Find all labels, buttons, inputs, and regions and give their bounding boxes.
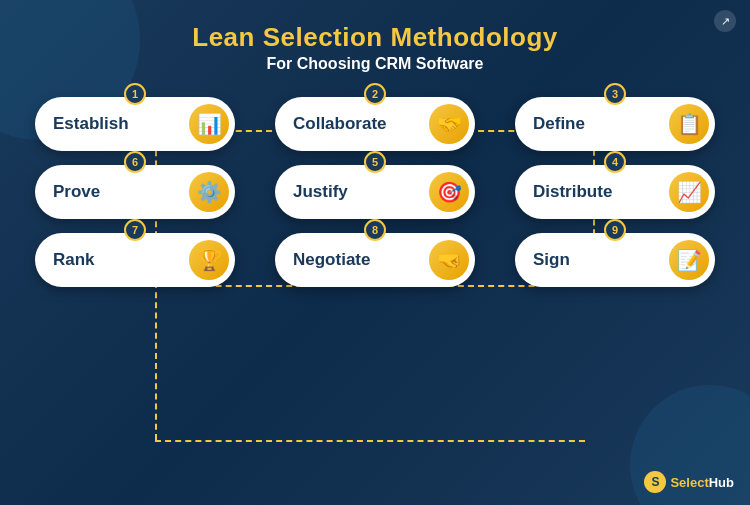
step-card-5[interactable]: Justify 🎯 [275,165,475,219]
step-icon-7: 🏆 [189,240,229,280]
step-card-9[interactable]: Sign 📝 [515,233,715,287]
step-number-9: 9 [604,219,626,241]
step-label-7: Rank [53,250,189,270]
steps-grid: 1 Establish 📊 2 Collaborate 🤝 3 Define 📋… [35,83,715,307]
row-2: 6 Prove ⚙️ 5 Justify 🎯 4 Distribute 📈 [35,161,715,219]
row-1: 1 Establish 📊 2 Collaborate 🤝 3 Define 📋 [35,93,715,151]
step-card-7[interactable]: Rank 🏆 [35,233,235,287]
step-card-4[interactable]: Distribute 📈 [515,165,715,219]
step-number-3: 3 [604,83,626,105]
step-card-6[interactable]: Prove ⚙️ [35,165,235,219]
step-wrapper-3: 3 Define 📋 [515,93,715,151]
step-card-3[interactable]: Define 📋 [515,97,715,151]
step-card-2[interactable]: Collaborate 🤝 [275,97,475,151]
step-label-8: Negotiate [293,250,429,270]
connector-h-bot [155,440,585,442]
step-label-3: Define [533,114,669,134]
row-3: 7 Rank 🏆 8 Negotiate 🤜 9 Sign 📝 [35,229,715,287]
step-label-6: Prove [53,182,189,202]
step-number-2: 2 [364,83,386,105]
step-icon-4: 📈 [669,172,709,212]
step-label-1: Establish [53,114,189,134]
step-icon-5: 🎯 [429,172,469,212]
step-label-5: Justify [293,182,429,202]
step-wrapper-6: 6 Prove ⚙️ [35,161,235,219]
step-wrapper-1: 1 Establish 📊 [35,93,235,151]
share-icon[interactable]: ↗ [714,10,736,32]
logo-text: SelectHub [670,475,734,490]
logo-icon: S [644,471,666,493]
step-icon-1: 📊 [189,104,229,144]
step-label-4: Distribute [533,182,669,202]
step-number-5: 5 [364,151,386,173]
step-icon-3: 📋 [669,104,709,144]
step-number-8: 8 [364,219,386,241]
step-icon-6: ⚙️ [189,172,229,212]
step-number-6: 6 [124,151,146,173]
step-wrapper-7: 7 Rank 🏆 [35,229,235,287]
step-number-7: 7 [124,219,146,241]
selecthub-logo: S SelectHub [644,471,734,493]
step-wrapper-2: 2 Collaborate 🤝 [275,93,475,151]
step-wrapper-5: 5 Justify 🎯 [275,161,475,219]
step-card-1[interactable]: Establish 📊 [35,97,235,151]
step-wrapper-4: 4 Distribute 📈 [515,161,715,219]
step-wrapper-9: 9 Sign 📝 [515,229,715,287]
step-label-9: Sign [533,250,669,270]
step-wrapper-8: 8 Negotiate 🤜 [275,229,475,287]
step-number-4: 4 [604,151,626,173]
step-icon-9: 📝 [669,240,709,280]
step-label-2: Collaborate [293,114,429,134]
step-card-8[interactable]: Negotiate 🤜 [275,233,475,287]
step-icon-8: 🤜 [429,240,469,280]
step-icon-2: 🤝 [429,104,469,144]
step-number-1: 1 [124,83,146,105]
